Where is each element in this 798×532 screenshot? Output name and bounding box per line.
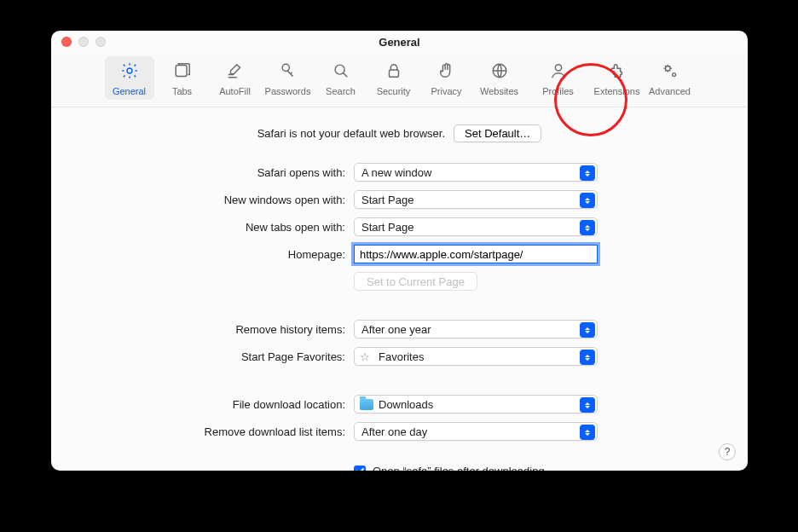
tab-label: AutoFill [219, 86, 251, 96]
gear-icon [120, 61, 139, 83]
chevron-updown-icon [580, 193, 595, 208]
select-start-favorites[interactable]: ☆ Favorites [354, 347, 598, 366]
chevron-updown-icon [580, 350, 595, 365]
tab-label: Security [377, 86, 411, 96]
chevron-updown-icon [580, 397, 595, 413]
svg-point-6 [555, 65, 561, 71]
tab-label: Search [326, 86, 356, 96]
label-history: Remove history items: [51, 323, 345, 336]
select-value: After one day [361, 425, 427, 438]
tab-label: Passwords [265, 86, 311, 96]
select-value: Start Page [361, 194, 413, 206]
default-browser-row: Safari is not your default web browser. … [51, 124, 748, 142]
select-value: After one year [361, 323, 431, 336]
tab-label: Websites [480, 86, 518, 96]
tab-extensions[interactable]: Extensions [593, 56, 642, 100]
general-pane: Safari is not your default web browser. … [51, 107, 748, 471]
tab-label: Tabs [172, 86, 192, 96]
window-title: General [51, 36, 748, 49]
label-new-windows: New windows open with: [51, 194, 345, 206]
folder-icon [360, 399, 373, 410]
chevron-updown-icon [580, 322, 595, 338]
label-download-location: File download location: [51, 398, 345, 411]
tabs-icon [173, 61, 192, 83]
default-browser-message: Safari is not your default web browser. [257, 127, 445, 140]
select-value: A new window [361, 166, 431, 179]
label-new-tabs: New tabs open with: [51, 221, 345, 234]
chevron-updown-icon [580, 220, 595, 235]
select-download-location[interactable]: Downloads [354, 395, 598, 413]
svg-rect-1 [176, 66, 187, 77]
lock-icon [385, 61, 403, 83]
svg-point-3 [335, 65, 344, 74]
tab-search[interactable]: Search [316, 56, 366, 100]
globe-icon [490, 61, 509, 83]
hand-icon [437, 61, 456, 83]
chevron-updown-icon [580, 425, 595, 440]
select-new-tabs[interactable]: Start Page [354, 217, 598, 236]
label-start-favorites: Start Page Favorites: [51, 350, 345, 363]
tab-profiles[interactable]: Profiles [528, 56, 589, 100]
star-icon: ☆ [360, 350, 370, 363]
tab-tabs[interactable]: Tabs [158, 56, 207, 100]
puzzle-icon [608, 61, 627, 83]
label-opens-with: Safari opens with: [51, 166, 345, 179]
tab-passwords[interactable]: Passwords [263, 56, 313, 100]
key-icon [279, 61, 298, 83]
open-safe-label: Open “safe” files after downloading [373, 465, 545, 471]
select-history[interactable]: After one year [354, 320, 598, 338]
label-homepage: Homepage: [51, 248, 345, 261]
homepage-field[interactable] [354, 245, 598, 263]
gears-icon [661, 61, 679, 83]
set-current-page-button[interactable]: Set to Current Page [354, 272, 477, 291]
tab-websites[interactable]: Websites [475, 56, 524, 100]
svg-point-2 [282, 64, 289, 71]
tab-autofill[interactable]: AutoFill [211, 56, 260, 100]
select-value: Favorites [379, 350, 424, 363]
person-icon [549, 61, 568, 83]
preferences-toolbar: General Tabs AutoFill [51, 53, 748, 107]
help-button[interactable]: ? [719, 443, 736, 460]
tab-label: Privacy [431, 86, 461, 96]
tab-label: Advanced [649, 86, 691, 96]
titlebar: General [51, 31, 748, 53]
svg-rect-4 [389, 70, 398, 77]
pencil-icon [226, 61, 245, 83]
svg-point-8 [672, 73, 675, 77]
tab-label: Extensions [594, 86, 640, 96]
select-value: Start Page [361, 221, 413, 234]
preferences-window: General General Tabs [51, 31, 748, 471]
search-icon [332, 61, 350, 83]
tab-label: General [113, 86, 146, 96]
tab-advanced[interactable]: Advanced [645, 56, 695, 100]
select-new-windows[interactable]: Start Page [354, 190, 598, 209]
open-safe-checkbox[interactable] [354, 466, 366, 471]
svg-point-0 [127, 68, 132, 73]
tab-security[interactable]: Security [369, 56, 419, 100]
select-download-remove[interactable]: After one day [354, 422, 598, 441]
set-default-button[interactable]: Set Default… [454, 124, 541, 142]
label-download-remove: Remove download list items: [51, 425, 345, 438]
tab-label: Profiles [542, 86, 574, 96]
select-opens-with[interactable]: A new window [354, 163, 598, 182]
tab-privacy[interactable]: Privacy [422, 56, 471, 100]
select-value: Downloads [379, 398, 433, 411]
chevron-updown-icon [580, 165, 595, 181]
tab-general[interactable]: General [105, 56, 154, 100]
